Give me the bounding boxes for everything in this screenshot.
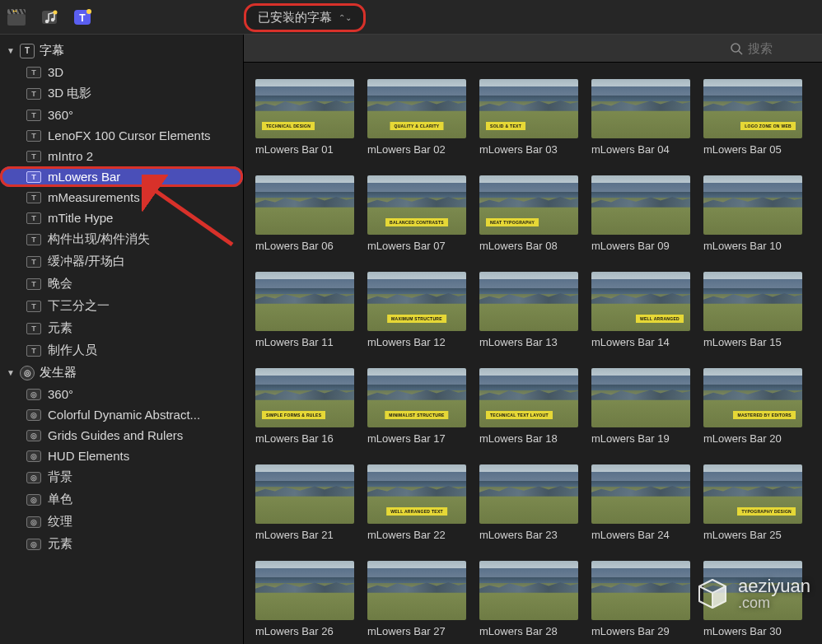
sidebar-item[interactable]: T晚会 <box>0 273 243 295</box>
thumbnail-card[interactable]: mLowers Bar 10 <box>703 175 802 252</box>
thumbnail-card[interactable]: BALANCED CONTRASTSmLowers Bar 07 <box>367 175 466 252</box>
thumbnail-card[interactable]: WELL ARRANGEDmLowers Bar 14 <box>591 272 690 348</box>
sidebar-item[interactable]: TmIntro 2 <box>0 146 243 166</box>
thumbnail-label: mLowers Bar 02 <box>367 143 466 156</box>
sidebar-item-label: Grids Guides and Rulers <box>48 428 183 442</box>
title-item-icon: T <box>26 256 41 268</box>
sidebar-item-label: 3D <box>48 65 63 79</box>
thumbnail-preview: TECHNICAL TEXT LAYOUT <box>479 368 578 427</box>
thumbnail-label: mLowers Bar 03 <box>479 143 578 156</box>
clapper-icon[interactable] <box>7 8 26 26</box>
thumbnail-card[interactable]: MASTERED BY EDITORSmLowers Bar 20 <box>703 368 802 445</box>
title-item-icon: T <box>26 323 41 334</box>
installed-titles-dropdown[interactable]: 已安装的字幕 ⌃⌄ <box>244 3 366 32</box>
lower-third-tag: BALANCED CONTRASTS <box>385 218 448 226</box>
thumbnail-card[interactable]: TECHNICAL DESIGNmLowers Bar 01 <box>255 79 354 156</box>
sidebar-item[interactable]: TmLowers Bar <box>0 166 243 187</box>
sidebar-item-label: 缓冲器/开场白 <box>48 254 125 269</box>
thumbnail-grid: TECHNICAL DESIGNmLowers Bar 01QUALITY & … <box>244 63 822 644</box>
thumbnail-card[interactable]: mLowers Bar 28 <box>479 561 578 637</box>
sidebar-category-generators[interactable]: ▼◎发生器 <box>0 362 243 384</box>
thumbnail-card[interactable]: mLowers Bar 15 <box>703 272 802 348</box>
thumbnail-card[interactable]: WELL ARRANGED TEXTmLowers Bar 22 <box>367 464 466 541</box>
thumbnail-card[interactable]: mLowers Bar 06 <box>255 175 354 252</box>
thumbnail-card[interactable]: mLowers Bar 19 <box>591 368 690 445</box>
thumbnail-card[interactable]: MINIMALIST STRUCTUREmLowers Bar 17 <box>367 368 466 445</box>
thumbnail-label: mLowers Bar 11 <box>255 336 354 348</box>
lower-third-tag: QUALITY & CLARITY <box>390 122 443 130</box>
search-icon <box>730 42 743 55</box>
sidebar-category-titles[interactable]: ▼T字幕 <box>0 40 243 62</box>
sidebar-item[interactable]: ◎Grids Guides and Rulers <box>0 425 243 446</box>
thumbnail-card[interactable]: MAXIMUM STRUCTUREmLowers Bar 12 <box>367 272 466 348</box>
sidebar-item[interactable]: ◎纹理 <box>0 511 243 533</box>
thumbnail-card[interactable]: mLowers Bar 13 <box>479 272 578 348</box>
thumbnail-preview <box>255 272 354 331</box>
sidebar-item[interactable]: TmTitle Hype <box>0 208 243 228</box>
lower-third-tag: TECHNICAL TEXT LAYOUT <box>486 411 553 419</box>
sidebar-item[interactable]: T制作人员 <box>0 339 243 362</box>
thumbnail-label: mLowers Bar 22 <box>367 529 466 541</box>
thumbnail-card[interactable]: TECHNICAL TEXT LAYOUTmLowers Bar 18 <box>479 368 578 445</box>
thumbnail-label: mLowers Bar 18 <box>479 432 578 445</box>
generator-item-icon: ◎ <box>26 539 41 550</box>
thumbnail-label: mLowers Bar 15 <box>703 336 802 348</box>
sidebar-item[interactable]: T下三分之一 <box>0 295 243 317</box>
lower-third-tag: WELL ARRANGED TEXT <box>386 507 447 516</box>
content-header <box>244 35 822 63</box>
generator-item-icon: ◎ <box>26 516 41 528</box>
thumbnail-card[interactable]: QUALITY & CLARITYmLowers Bar 02 <box>367 79 466 156</box>
thumbnail-card[interactable]: mLowers Bar 29 <box>591 561 690 637</box>
thumbnail-label: mLowers Bar 20 <box>703 432 802 445</box>
thumbnail-card[interactable]: NEAT TYPOGRAPHYmLowers Bar 08 <box>479 175 578 252</box>
sidebar-item[interactable]: ◎360° <box>0 384 243 404</box>
thumbnail-preview: TECHNICAL DESIGN <box>255 79 354 138</box>
thumbnail-card[interactable]: SOLID & TEXTmLowers Bar 03 <box>479 79 578 156</box>
thumbnail-card[interactable]: TYPOGRAPHY DESIGNmLowers Bar 25 <box>703 464 802 541</box>
thumbnail-label: mLowers Bar 19 <box>591 432 690 445</box>
thumbnail-card[interactable]: mLowers Bar 23 <box>479 464 578 541</box>
sidebar-item[interactable]: TmMeasurements <box>0 187 243 208</box>
sidebar-item[interactable]: ◎背景 <box>0 466 243 488</box>
sidebar-item[interactable]: T360° <box>0 105 243 125</box>
chevron-updown-icon: ⌃⌄ <box>339 13 352 22</box>
sidebar-item[interactable]: ◎Colorful Dynamic Abstract... <box>0 404 243 425</box>
titles-browser-icon[interactable]: T <box>72 8 92 26</box>
thumbnail-card[interactable]: SIMPLE FORMS & RULESmLowers Bar 16 <box>255 368 354 445</box>
title-item-icon: T <box>26 67 41 78</box>
thumbnail-preview: NEAT TYPOGRAPHY <box>479 175 578 235</box>
title-item-icon: T <box>26 171 41 183</box>
sidebar-item[interactable]: ◎元素 <box>0 533 243 555</box>
sidebar-item-label: 下三分之一 <box>48 298 110 314</box>
thumbnail-card[interactable]: mLowers Bar 09 <box>591 175 690 252</box>
sidebar-item[interactable]: T元素 <box>0 317 243 339</box>
thumbnail-card[interactable]: mLowers Bar 04 <box>591 79 690 156</box>
thumbnail-card[interactable]: mLowers Bar 21 <box>255 464 354 541</box>
thumbnail-preview: MASTERED BY EDITORS <box>703 368 802 427</box>
thumbnail-card[interactable]: mLowers Bar 27 <box>367 561 466 637</box>
search-input[interactable] <box>748 41 814 55</box>
sidebar-item[interactable]: ◎HUD Elements <box>0 446 243 466</box>
title-item-icon: T <box>26 278 41 290</box>
sidebar-item[interactable]: T3D 电影 <box>0 82 243 105</box>
sidebar-item[interactable]: T3D <box>0 62 243 82</box>
sidebar-item[interactable]: TLenoFX 100 Cursor Elements <box>0 125 243 146</box>
thumbnail-preview <box>703 272 802 331</box>
thumbnail-label: mLowers Bar 09 <box>591 240 690 252</box>
music-icon[interactable] <box>40 8 59 26</box>
thumbnail-label: mLowers Bar 23 <box>479 529 578 541</box>
thumbnail-card[interactable]: mLowers Bar 26 <box>255 561 354 637</box>
thumbnail-card[interactable]: LOGO ZONE ON WEBmLowers Bar 05 <box>703 79 802 156</box>
svg-rect-0 <box>7 14 26 26</box>
generator-item-icon: ◎ <box>26 450 41 462</box>
sidebar-item[interactable]: T缓冲器/开场白 <box>0 250 243 273</box>
thumbnail-card[interactable]: mLowers Bar 24 <box>591 464 690 541</box>
thumbnail-card[interactable]: mLowers Bar 11 <box>255 272 354 348</box>
sidebar-item[interactable]: T构件出现/构件消失 <box>0 228 243 250</box>
svg-point-10 <box>731 44 740 52</box>
dropdown-label: 已安装的字幕 <box>258 10 332 26</box>
sidebar-item[interactable]: ◎单色 <box>0 488 243 511</box>
search-field[interactable] <box>730 41 814 55</box>
thumbnail-card[interactable]: mLowers Bar 30 <box>703 561 802 637</box>
lower-third-tag: TECHNICAL DESIGN <box>262 122 315 130</box>
